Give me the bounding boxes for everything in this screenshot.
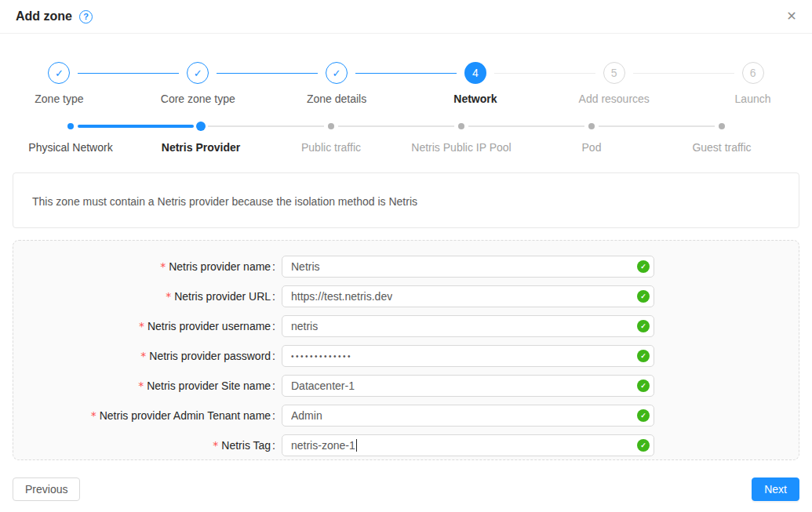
field-label: *Netris provider Site name: xyxy=(13,379,282,392)
valid-check-icon: ✓ xyxy=(637,409,650,422)
substep-dot xyxy=(458,123,464,129)
substep-dot xyxy=(719,123,725,129)
required-asterisk: * xyxy=(140,350,146,362)
substep-label: Physical Network xyxy=(5,141,136,154)
substep-dot xyxy=(196,122,206,131)
field-label: *Netris provider password: xyxy=(13,350,282,362)
wizard-steps: ✓ Zone type ✓ Core zone type ✓ Zone deta… xyxy=(0,62,812,105)
step-check-icon: ✓ xyxy=(187,62,209,84)
step-label: Core zone type xyxy=(129,93,268,105)
form-row-netris-tag: *Netris Tag: netris-zone-1 ✓ xyxy=(13,434,799,456)
field-label: *Netris provider URL: xyxy=(13,290,282,303)
netris-provider-name-input[interactable]: Netris ✓ xyxy=(282,256,654,278)
input-value: Datacenter-1 xyxy=(291,379,355,392)
step-network[interactable]: 4 Network xyxy=(406,62,544,105)
netris-provider-url-input[interactable]: https://test.netris.dev ✓ xyxy=(282,285,654,307)
field-label: *Netris provider name: xyxy=(13,260,282,273)
step-label: Network xyxy=(406,93,544,105)
substep-dot xyxy=(588,123,595,129)
step-number: 6 xyxy=(742,62,764,84)
valid-check-icon: ✓ xyxy=(637,260,650,273)
input-value-masked: ••••••••••••• xyxy=(291,352,352,361)
substep-label: Netris Public IP Pool xyxy=(396,141,526,154)
substep-dot xyxy=(67,123,74,129)
required-asterisk: * xyxy=(138,379,144,392)
previous-button[interactable]: Previous xyxy=(13,478,80,501)
substep-label: Pod xyxy=(526,141,657,154)
isolation-notice-text: This zone must contain a Netris provider… xyxy=(32,195,417,208)
network-substeps: Physical Network Netris Provider Public … xyxy=(5,122,787,154)
input-value: netris-zone-1 xyxy=(291,439,355,452)
dialog-title: Add zone xyxy=(16,9,72,24)
step-label: Add resources xyxy=(544,93,683,105)
isolation-notice: This zone must contain a Netris provider… xyxy=(13,172,799,228)
text-cursor xyxy=(356,439,357,452)
step-core-zone-type[interactable]: ✓ Core zone type xyxy=(129,62,268,105)
valid-check-icon: ✓ xyxy=(637,290,650,303)
step-label: Launch xyxy=(683,93,812,105)
substep-label: Netris Provider xyxy=(136,141,266,154)
field-label: *Netris provider username: xyxy=(13,320,282,332)
form-row-provider-url: *Netris provider URL: https://test.netri… xyxy=(13,285,799,307)
step-add-resources[interactable]: 5 Add resources xyxy=(544,62,683,105)
form-row-provider-password: *Netris provider password: •••••••••••••… xyxy=(13,345,799,367)
input-value: Netris xyxy=(291,260,320,273)
required-asterisk: * xyxy=(166,290,171,303)
valid-check-icon: ✓ xyxy=(637,439,650,452)
step-zone-type[interactable]: ✓ Zone type xyxy=(0,62,129,105)
step-number: 5 xyxy=(603,62,625,84)
substep-dot xyxy=(328,123,334,129)
step-zone-details[interactable]: ✓ Zone details xyxy=(268,62,406,105)
field-label: *Netris Tag: xyxy=(13,439,282,452)
step-label: Zone details xyxy=(268,93,406,105)
required-asterisk: * xyxy=(91,409,96,422)
input-value: netris xyxy=(291,320,318,332)
substep-label: Guest traffic xyxy=(657,141,787,154)
form-row-provider-name: *Netris provider name: Netris ✓ xyxy=(13,256,799,278)
form-row-site-name: *Netris provider Site name: Datacenter-1… xyxy=(13,375,799,397)
required-asterisk: * xyxy=(139,320,144,332)
step-number: 4 xyxy=(464,62,486,84)
substep-guest-traffic[interactable]: Guest traffic xyxy=(657,122,787,154)
netris-admin-tenant-name-input[interactable]: Admin ✓ xyxy=(282,405,654,427)
step-launch[interactable]: 6 Launch xyxy=(683,62,812,105)
netris-provider-site-name-input[interactable]: Datacenter-1 ✓ xyxy=(282,375,654,397)
valid-check-icon: ✓ xyxy=(637,379,650,392)
netris-tag-input[interactable]: netris-zone-1 ✓ xyxy=(282,434,654,456)
step-label: Zone type xyxy=(0,93,129,105)
netris-provider-form: *Netris provider name: Netris ✓ *Netris … xyxy=(13,240,799,460)
step-check-icon: ✓ xyxy=(48,62,70,84)
step-check-icon: ✓ xyxy=(326,62,348,84)
input-value: Admin xyxy=(291,409,322,422)
next-button[interactable]: Next xyxy=(752,478,799,501)
help-icon[interactable]: ? xyxy=(79,10,93,24)
netris-provider-username-input[interactable]: netris ✓ xyxy=(282,315,654,337)
required-asterisk: * xyxy=(213,439,218,452)
valid-check-icon: ✓ xyxy=(637,350,650,362)
netris-provider-password-input[interactable]: ••••••••••••• ✓ xyxy=(282,345,654,367)
close-icon[interactable]: ✕ xyxy=(784,9,799,24)
dialog-header: Add zone ? ✕ xyxy=(0,0,812,34)
required-asterisk: * xyxy=(160,260,166,273)
valid-check-icon: ✓ xyxy=(637,320,650,332)
field-label: *Netris provider Admin Tenant name: xyxy=(13,409,282,422)
form-row-admin-tenant-name: *Netris provider Admin Tenant name: Admi… xyxy=(13,405,799,427)
input-value: https://test.netris.dev xyxy=(291,290,392,303)
substep-label: Public traffic xyxy=(266,141,396,154)
form-row-provider-username: *Netris provider username: netris ✓ xyxy=(13,315,799,337)
dialog-footer: Previous Next xyxy=(13,478,799,501)
